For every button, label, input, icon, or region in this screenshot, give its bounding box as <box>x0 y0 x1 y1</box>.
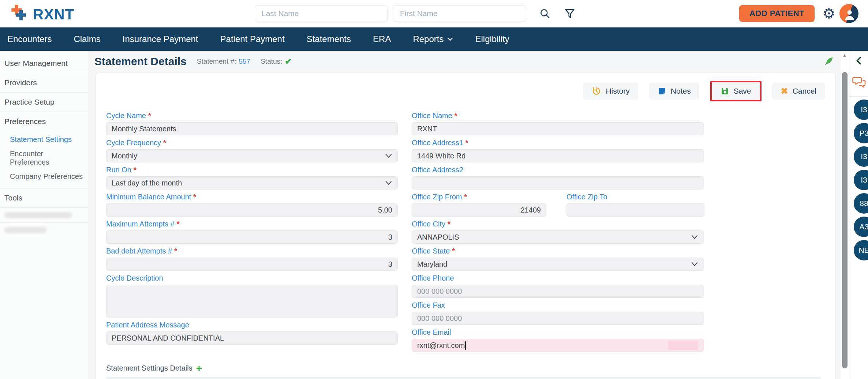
sidebar-item-statement-settings[interactable]: Statement Settings <box>0 132 89 147</box>
nav-era[interactable]: ERA <box>373 34 391 44</box>
field-cycle-name: Cycle Name* Monthly Statements <box>106 112 398 135</box>
rail-badge[interactable]: A3 <box>854 217 868 237</box>
sidebar-item-user-management[interactable]: User Management <box>0 54 89 73</box>
rail-badge[interactable]: 88 <box>854 193 868 214</box>
settings-sidebar: User Management Providers Practice Setup… <box>0 51 89 379</box>
avatar[interactable] <box>839 4 858 23</box>
office-zip-to-input[interactable] <box>566 203 704 217</box>
notes-icon <box>658 87 666 95</box>
logo-text: RXNT <box>33 6 74 23</box>
main-navigation: Encounters Claims Insurance Payment Pati… <box>0 27 868 51</box>
sidebar-item-encounter-preferences[interactable]: Encounter Preferences <box>0 147 89 169</box>
scrollbar-thumb[interactable] <box>842 72 848 368</box>
col-message-line-4: Message Line 4 <box>486 377 565 379</box>
cycle-description-textarea[interactable] <box>106 285 398 318</box>
body-wrap: User Management Providers Practice Setup… <box>0 51 868 379</box>
run-on-select[interactable]: Last day of the month <box>106 176 398 190</box>
statement-settings-details-table: Attempt # Administrative Fee Days betwee… <box>106 377 821 379</box>
nav-eligibility[interactable]: Eligibility <box>475 34 509 44</box>
gear-icon[interactable]: ⚙ <box>823 4 835 23</box>
nav-patient-payment[interactable]: Patient Payment <box>220 34 285 44</box>
rail-badge[interactable]: NE <box>854 240 868 260</box>
office-state-select[interactable]: Maryland <box>412 258 704 271</box>
required-asterisk: * <box>177 220 180 228</box>
required-asterisk: * <box>148 112 151 120</box>
sidebar-item-tools[interactable]: Tools <box>0 188 89 207</box>
sidebar-item-redacted[interactable] <box>0 208 89 222</box>
sidebar-item-preferences[interactable]: Preferences <box>0 112 89 131</box>
collapse-rail-chevron-icon[interactable] <box>855 57 862 66</box>
history-button[interactable]: History <box>583 83 638 100</box>
add-row-plus-icon[interactable]: + <box>196 365 202 372</box>
office-fax-input[interactable]: 000 000 0000 <box>412 312 704 325</box>
sidebar-item-practice-setup[interactable]: Practice Setup <box>0 93 89 112</box>
field-label: Office Name* <box>412 112 704 120</box>
sidebar-item-company-preferences[interactable]: Company Preferences <box>0 169 89 184</box>
nav-reports[interactable]: Reports <box>413 34 453 44</box>
notes-button[interactable]: Notes <box>649 83 699 100</box>
statement-settings-form: Cycle Name* Monthly Statements Cycle Fre… <box>106 112 825 355</box>
office-email-input[interactable]: rxnt@rxnt.com <box>412 339 704 352</box>
chat-icon[interactable] <box>852 76 866 90</box>
bad-debt-attempts-input[interactable]: 3 <box>106 258 398 271</box>
statement-number-value[interactable]: 557 <box>239 57 250 65</box>
col-message-line-3: Message Line 3 <box>407 377 486 379</box>
first-name-search-input[interactable] <box>393 5 526 22</box>
cancel-button[interactable]: ✖ Cancel <box>772 83 825 100</box>
save-button[interactable]: Save <box>712 83 760 100</box>
redacted-text <box>4 227 46 233</box>
field-label: Office Zip To <box>566 193 704 201</box>
statement-status: Status: ✔ <box>261 57 292 66</box>
nav-insurance-payment[interactable]: Insurance Payment <box>123 34 198 44</box>
nav-statements[interactable]: Statements <box>307 34 351 44</box>
field-office-state: Office State* Maryland <box>412 247 704 271</box>
main-content: Statement Details Statement #: 557 Statu… <box>89 51 841 379</box>
required-asterisk: * <box>174 247 177 255</box>
patient-address-message-input[interactable]: PERSONAL AND CONFIDENTIAL <box>106 331 398 345</box>
office-phone-input[interactable]: 000 000 0000 <box>412 285 704 298</box>
field-office-phone: Office Phone 000 000 0000 <box>412 274 704 298</box>
last-name-search-input[interactable] <box>255 5 388 22</box>
search-icon[interactable] <box>539 7 551 20</box>
office-name-input[interactable]: RXNT <box>412 122 704 135</box>
rail-badge[interactable]: P3 <box>854 123 868 143</box>
vertical-scrollbar[interactable]: ▲ <box>841 51 849 379</box>
field-bad-debt-attempts: Bad debt Attempts #* 3 <box>106 247 398 271</box>
nav-encounters[interactable]: Encounters <box>7 34 52 44</box>
field-cycle-frequency: Cycle Frequency* Monthly <box>106 139 398 162</box>
office-address2-input[interactable] <box>412 176 704 190</box>
maximum-attempts-input[interactable]: 3 <box>106 230 398 244</box>
required-asterisk: * <box>134 166 136 174</box>
nav-claims[interactable]: Claims <box>74 34 100 44</box>
minimum-balance-amount-input[interactable]: 5.00 <box>106 203 398 217</box>
office-zip-from-input[interactable]: 21409 <box>412 203 546 217</box>
cycle-frequency-select[interactable]: Monthly <box>106 149 398 162</box>
office-address1-input[interactable]: 1449 White Rd <box>412 149 704 162</box>
filter-icon[interactable] <box>564 7 576 20</box>
field-office-city: Office City* ANNAPOLIS <box>412 220 704 244</box>
office-city-select[interactable]: ANNAPOLIS <box>412 230 704 244</box>
scroll-up-arrow-icon[interactable]: ▲ <box>842 52 847 58</box>
required-asterisk: * <box>452 247 455 255</box>
leaf-icon[interactable] <box>823 55 835 68</box>
field-patient-address-message: Patient Address Message PERSONAL AND CON… <box>106 321 398 345</box>
statement-details-card: History Notes <box>96 73 835 379</box>
chevron-down-icon <box>691 262 698 267</box>
cycle-name-input[interactable]: Monthly Statements <box>106 122 398 135</box>
rail-badge[interactable]: I3 <box>854 146 868 167</box>
rail-badge[interactable]: I3 <box>854 100 868 120</box>
col-message-line-2: Message Line 2 <box>328 377 407 379</box>
sidebar-item-redacted[interactable] <box>0 223 89 237</box>
history-icon <box>592 86 601 96</box>
field-label: Minimum Balance Amount* <box>106 193 398 201</box>
divider <box>849 96 868 97</box>
col-status: Status <box>766 377 798 379</box>
rail-badge[interactable]: I3 <box>854 170 868 190</box>
col-message-line-1: Message Line 1 <box>262 377 328 379</box>
sidebar-item-providers[interactable]: Providers <box>0 73 89 92</box>
field-office-address1: Office Address1* 1449 White Rd <box>412 139 704 162</box>
field-label: Cycle Description <box>106 274 398 282</box>
rxnt-logo[interactable]: RXNT <box>11 4 74 24</box>
add-patient-button[interactable]: ADD PATIENT <box>739 5 815 22</box>
cancel-x-icon: ✖ <box>781 87 788 95</box>
